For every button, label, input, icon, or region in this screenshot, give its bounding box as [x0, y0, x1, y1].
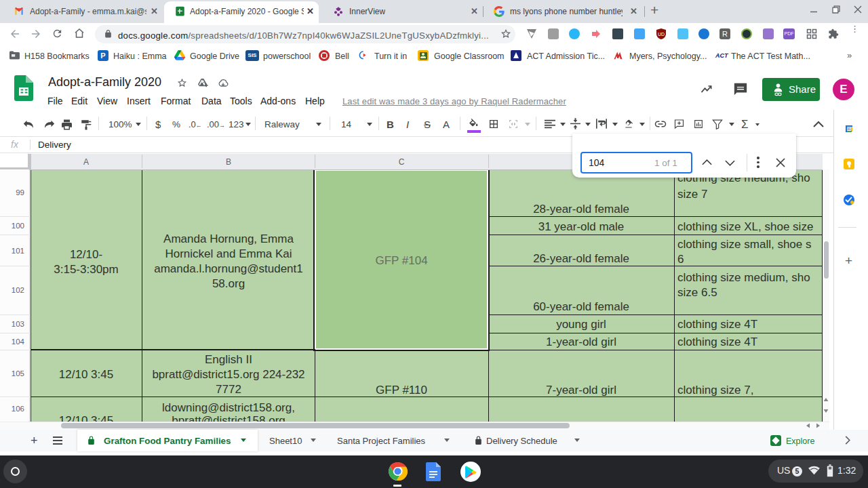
svg-text:31: 31	[847, 127, 851, 131]
svg-text:UD: UD	[658, 32, 665, 37]
